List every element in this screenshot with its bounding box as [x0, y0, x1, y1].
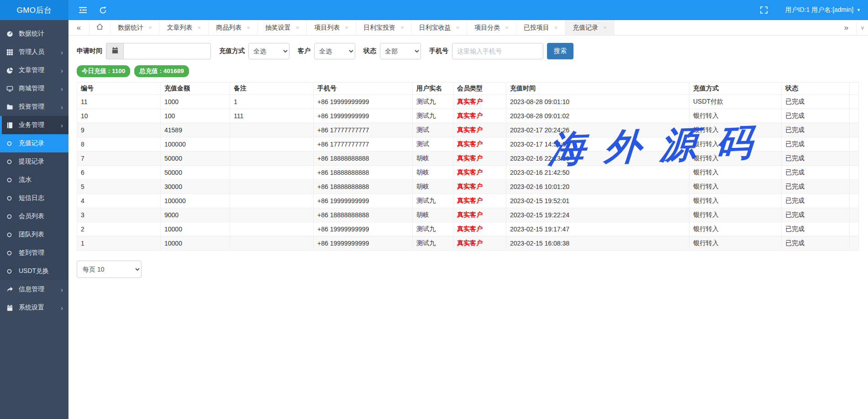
home-tab[interactable] [89, 20, 110, 35]
sidebar-item-usdt-exchange[interactable]: USDT兑换 [0, 262, 68, 280]
page-size-select[interactable]: 每页 10 [77, 261, 142, 278]
customer-label: 客户 [298, 47, 310, 55]
tab-item[interactable]: 日利宝投资× [356, 20, 412, 35]
col-amount: 充值金额 [161, 83, 230, 95]
cell-note [230, 123, 314, 137]
cell-realname: 测试九 [413, 109, 453, 123]
table-row: 9 41589 +86 17777777777 测试 真实客户 2023-02-… [77, 123, 859, 137]
cell-amount: 100 [161, 109, 230, 123]
close-icon[interactable]: × [603, 24, 607, 31]
cell-status: 已完成 [782, 180, 850, 194]
cell-status: 已完成 [782, 236, 850, 251]
sidebar-item-team-list[interactable]: 团队列表 [0, 225, 68, 244]
sidebar-item-recharge-records[interactable]: 充值记录 [0, 134, 68, 152]
calendar-icon [111, 47, 119, 56]
cell-time: 2023-02-15 19:17:47 [506, 222, 689, 236]
cell-id: 2 [77, 222, 161, 236]
cell-realname: 测试九 [413, 236, 453, 251]
cell-id: 9 [77, 123, 161, 137]
sidebar-item-flow[interactable]: 流水 [0, 171, 68, 189]
apply-time-label: 申请时间 [77, 47, 102, 55]
search-button[interactable]: 搜索 [547, 43, 573, 59]
user-dropdown[interactable]: 用户ID:1 用户名:[admin] ▼ [785, 6, 861, 14]
sidebar-item-sms-log[interactable]: 短信日志 [0, 189, 68, 207]
cell-id: 3 [77, 208, 161, 222]
cell-realname: 胡岐 [413, 152, 453, 166]
cell-realname: 胡岐 [413, 166, 453, 180]
table-row: 8 100000 +86 17777777777 测试 真实客户 2023-02… [77, 137, 859, 152]
cell-method: USDT付款 [689, 95, 782, 109]
sidebar-item-business[interactable]: 业务管理 › [0, 116, 68, 134]
cell-method: 银行转入 [689, 152, 782, 166]
close-icon[interactable]: × [345, 24, 348, 31]
close-icon[interactable]: × [456, 24, 460, 31]
circle-icon [6, 214, 14, 220]
cell-member-type: 真实客户 [453, 152, 506, 166]
pie-chart-icon [6, 67, 14, 74]
calendar-button[interactable] [106, 43, 123, 59]
sidebar-item-dashboard[interactable]: 数据统计 [0, 25, 68, 43]
close-icon[interactable]: × [198, 24, 201, 31]
cell-member-type: 真实客户 [453, 180, 506, 194]
sidebar-item-admins[interactable]: 管理人员 › [0, 43, 68, 61]
tab-item-active[interactable]: 充值记录× [565, 20, 615, 35]
cell-status: 已完成 [782, 194, 850, 208]
cell-phone: +86 18888888888 [314, 180, 413, 194]
cell-time: 2023-02-16 21:42:50 [506, 166, 689, 180]
cell-realname: 测试九 [413, 222, 453, 236]
cell-time: 2023-08-28 09:01:10 [506, 95, 689, 109]
dashboard-icon [6, 31, 14, 37]
tab-item[interactable]: 数据统计× [110, 20, 160, 35]
table-row: 6 50000 +86 18888888888 胡岐 真实客户 2023-02-… [77, 166, 859, 180]
table-header-row: 编号 充值金额 备注 手机号 用户实名 会员类型 充值时间 充值方式 状态 [77, 83, 859, 95]
recharge-records-page: 申请时间 充值方式 全选 客户 全选 状态 [68, 36, 868, 419]
menu-fold-icon[interactable] [79, 6, 87, 14]
cell-status: 已完成 [782, 208, 850, 222]
cell-id: 1 [77, 236, 161, 251]
close-icon[interactable]: × [148, 24, 152, 31]
tabs-collapse-left-icon[interactable]: « [68, 20, 89, 35]
sidebar-item-mall[interactable]: 商城管理 › [0, 79, 68, 98]
close-icon[interactable]: × [400, 24, 404, 31]
sidebar-item-label: 充值记录 [19, 139, 44, 147]
sidebar-item-withdraw-records[interactable]: 提现记录 [0, 152, 68, 171]
tab-item[interactable]: 项目列表× [307, 20, 356, 35]
fullscreen-icon[interactable] [760, 6, 768, 14]
sidebar-item-member-list[interactable]: 会员列表 [0, 207, 68, 225]
tab-item[interactable]: 商品列表× [209, 20, 258, 35]
refresh-icon[interactable] [99, 6, 107, 14]
cell-member-type: 真实客户 [453, 95, 506, 109]
col-status: 状态 [782, 83, 850, 95]
sidebar-item-label: 签到管理 [19, 249, 44, 257]
recharge-method-label: 充值方式 [219, 47, 245, 55]
apply-time-input[interactable] [123, 43, 211, 59]
tab-bar: « 数据统计× 文章列表× 商品列表× 抽奖设置× 项目列表× 日利宝投资× 日… [68, 20, 868, 36]
close-icon[interactable]: × [247, 24, 250, 31]
tab-item[interactable]: 文章列表× [160, 20, 209, 35]
col-note: 备注 [230, 83, 314, 95]
tabs-collapse-right-icon[interactable]: » [836, 20, 857, 35]
tabs-more-icon[interactable]: ∨ [857, 20, 868, 35]
tab-item[interactable]: 日利宝收益× [412, 20, 468, 35]
tab-item[interactable]: 项目分类× [467, 20, 516, 35]
cell-phone: +86 17777777777 [314, 123, 413, 137]
tab-item[interactable]: 已投项目× [516, 20, 566, 35]
customer-select[interactable]: 全选 [314, 43, 355, 59]
sidebar-item-articles[interactable]: 文章管理 › [0, 61, 68, 79]
close-icon[interactable]: × [296, 24, 300, 31]
cell-extra [850, 95, 859, 109]
sidebar-item-settings[interactable]: 系统设置 › [0, 299, 68, 317]
cell-status: 已完成 [782, 109, 850, 123]
sidebar-item-investment[interactable]: 投资管理 › [0, 98, 68, 116]
col-phone: 手机号 [314, 83, 413, 95]
sidebar-item-signin[interactable]: 签到管理 [0, 244, 68, 262]
cell-id: 4 [77, 194, 161, 208]
col-realname: 用户实名 [413, 83, 453, 95]
sidebar-item-info[interactable]: 信息管理 › [0, 280, 68, 299]
recharge-method-select[interactable]: 全选 [248, 43, 289, 59]
tab-item[interactable]: 抽奖设置× [258, 20, 307, 35]
close-icon[interactable]: × [505, 24, 509, 31]
phone-input[interactable] [452, 43, 543, 59]
status-select[interactable]: 全部 [380, 43, 421, 59]
close-icon[interactable]: × [554, 24, 558, 31]
